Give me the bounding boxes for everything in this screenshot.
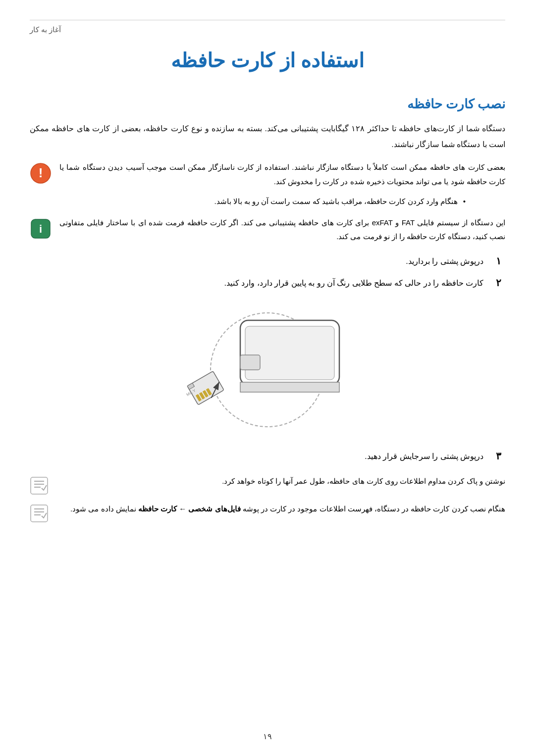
note-2-start: هنگام نصب کردن کارت حافظه در دستگاه، فهر… xyxy=(241,504,505,513)
svg-rect-6 xyxy=(245,326,334,380)
step-1-text: درپوش پشتی را بردارید. xyxy=(30,254,483,269)
note-2-end: نمایش داده می شود. xyxy=(70,504,138,513)
note-row-2: هنگام نصب کردن کارت حافظه در دستگاه، فهر… xyxy=(30,502,505,523)
note-row-1: نوشتن و پاک کردن مداوم اطلاعات روی کارت … xyxy=(30,474,505,495)
info-bullet-row: این دستگاه از سیستم فایلی FAT و exFAT بر… xyxy=(30,216,505,244)
info-bullet-text: این دستگاه از سیستم فایلی FAT و exFAT بر… xyxy=(59,216,505,244)
note-2-bold1: فایل‌های شخصی xyxy=(188,504,240,513)
page-number: ۱۹ xyxy=(263,732,272,741)
svg-rect-22 xyxy=(31,505,48,522)
step-1-row: ۱ درپوش پشتی را بردارید. xyxy=(30,254,505,269)
note-icon-1 xyxy=(30,476,49,495)
steps-container: ۱ درپوش پشتی را بردارید. ۲ کارت حافظه را… xyxy=(30,254,505,291)
svg-rect-8 xyxy=(187,371,224,405)
svg-rect-7 xyxy=(240,355,260,370)
bottom-notes: نوشتن و پاک کردن مداوم اطلاعات روی کارت … xyxy=(30,474,505,523)
note-text-2: هنگام نصب کردن کارت حافظه در دستگاه، فهر… xyxy=(55,502,505,516)
note-text-1: نوشتن و پاک کردن مداوم اطلاعات روی کارت … xyxy=(55,474,505,489)
svg-text:i: i xyxy=(39,223,42,235)
step-2-row: ۲ کارت حافظه را در حالی که سطح طلایی رنگ… xyxy=(30,276,505,291)
section-title: نصب کارت حافظه xyxy=(30,97,505,112)
device-illustration: MiL Y xyxy=(30,305,505,434)
sub-bullet-1-container: هنگام وارد کردن کارت حافظه، مراقب باشید … xyxy=(30,195,476,209)
page-container: آغاز به کار استفاده از کارت حافظه نصب کا… xyxy=(0,0,535,756)
note-2-arrow: ← xyxy=(177,504,188,513)
step-2-number: ۲ xyxy=(491,277,505,289)
sub-bullet-1-text: هنگام وارد کردن کارت حافظه، مراقب باشید … xyxy=(30,195,466,209)
info-icon: i xyxy=(30,218,52,240)
svg-rect-18 xyxy=(31,477,48,494)
sd-card-illustration: MiL Y xyxy=(163,305,372,434)
page-header: آغاز به کار xyxy=(30,20,505,34)
step-3-row: ۳ درپوش پشتی را سرجایش قرار دهید. xyxy=(30,449,505,464)
note-icon-2 xyxy=(30,504,49,523)
warning-bullet-text: بعضی کارت های حافظه ممکن است کاملاً با د… xyxy=(59,160,505,189)
step-3-text: درپوش پشتی را سرجایش قرار دهید. xyxy=(30,449,483,464)
warning-icon: ! xyxy=(30,162,52,184)
step-3-number: ۳ xyxy=(491,450,505,462)
step-1-number: ۱ xyxy=(491,255,505,267)
step-2-text: کارت حافظه را در حالی که سطح طلایی رنگ آ… xyxy=(30,276,483,291)
main-title: استفاده از کارت حافظه xyxy=(30,49,505,72)
header-label: آغاز به کار xyxy=(30,25,61,34)
svg-rect-17 xyxy=(240,382,339,392)
note-2-bold2: کارت حافظه xyxy=(138,504,177,513)
svg-text:!: ! xyxy=(39,165,43,180)
warning-bullet-row: بعضی کارت های حافظه ممکن است کاملاً با د… xyxy=(30,160,505,189)
intro-paragraph: دستگاه شما از کارت‌های حافظه تا حداکثر ۱… xyxy=(30,121,505,152)
